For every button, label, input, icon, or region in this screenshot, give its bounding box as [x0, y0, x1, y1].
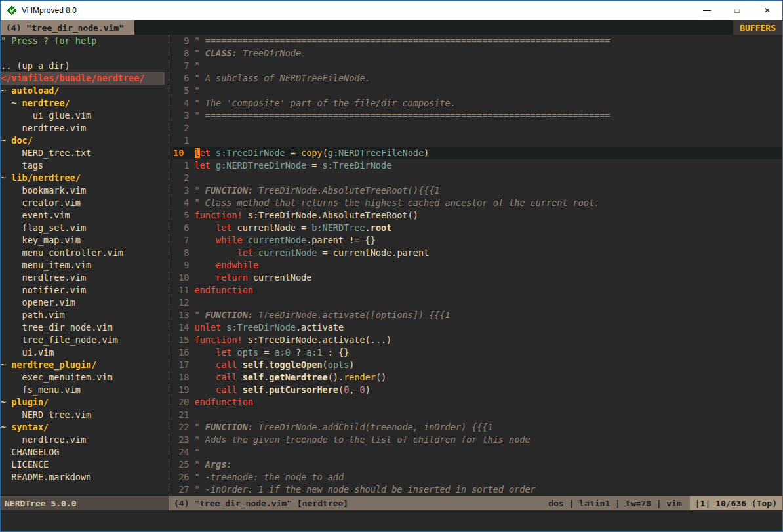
code-line[interactable]: 4 " The 'composite' part of the file/dir… [173, 97, 782, 110]
maximize-button[interactable]: □ [722, 1, 752, 20]
line-number: 23 [173, 434, 195, 446]
code-line[interactable]: 9 " ====================================… [173, 35, 782, 47]
code-line[interactable]: 14 unlet s:TreeDirNode.activate [173, 321, 782, 334]
code-line[interactable]: 26 " -treenode: the node to add [173, 471, 782, 483]
tree-item[interactable]: tags [1, 159, 165, 172]
tree-item[interactable]: CHANGELOG [1, 446, 165, 459]
token: TreeDirNode.activate([options]) {{{1 [253, 310, 451, 320]
code-line[interactable]: 8 " CLASS: TreeDirNode [173, 47, 782, 60]
token [195, 272, 216, 283]
code-line[interactable]: 6 let currentNode = b:NERDTree.root [173, 222, 782, 234]
token: = [306, 160, 322, 171]
tab-tree-dir-node[interactable]: (4) "tree_dir_node.vim" [1, 20, 134, 35]
code-line[interactable]: 19 call self.putCursorHere(0, 0) [173, 384, 782, 396]
nerdtree-status: NERDTree 5.0.0 [1, 496, 169, 510]
tree-item[interactable]: flag_set.vim [1, 222, 165, 234]
tree-item[interactable]: LICENCE [1, 459, 165, 471]
tree-item[interactable]: nerdtree.vim [1, 434, 165, 446]
code-line[interactable]: 3 " ====================================… [173, 110, 782, 122]
line-number: 13 [173, 309, 195, 321]
code-line[interactable]: 11 endfunction [173, 284, 782, 297]
command-line [1, 510, 782, 531]
tree-item[interactable]: NERD_tree.txt [1, 147, 165, 159]
code-line[interactable]: 25 " Args: [173, 459, 782, 471]
tree-item[interactable]: menu_item.vim [1, 259, 165, 272]
code-line[interactable]: 17 call self.toggleOpen(opts) [173, 359, 782, 371]
code-line[interactable]: 18 call self.getNerdtree().render() [173, 371, 782, 384]
tree-item[interactable]: ~ doc/ [1, 134, 165, 147]
window-controls: — □ ✕ [692, 1, 782, 20]
tree-item[interactable]: creator.vim [1, 197, 165, 209]
code-line[interactable]: 16 let opts = a:0 ? a:1 : {} [173, 346, 782, 359]
tree-item[interactable]: opener.vim [1, 297, 165, 309]
tree-item[interactable]: path.vim [1, 309, 165, 321]
token: </vimfiles/bundle/nerdtree/ [1, 73, 144, 83]
tree-item[interactable]: tree_dir_node.vim [1, 321, 165, 334]
tree-item[interactable]: ~ autoload/ [1, 85, 165, 97]
code-line[interactable]: 4 " Class method that returns the highes… [173, 197, 782, 209]
code-line[interactable]: 3 " FUNCTION: TreeDirNode.AbsoluteTreeRo… [173, 184, 782, 197]
tree-item[interactable]: ~ plugin/ [1, 396, 165, 409]
token: syntax/ [11, 422, 49, 432]
tree-item[interactable]: exec_menuitem.vim [1, 371, 165, 384]
token: bookmark.vim [1, 185, 86, 195]
tree-item[interactable]: fs_menu.vim [1, 384, 165, 396]
token: = [258, 347, 274, 358]
tree-item[interactable]: notifier.vim [1, 284, 165, 297]
token: ~ [1, 173, 11, 183]
token: .parent != {} [306, 235, 376, 245]
tree-item[interactable]: key_map.vim [1, 234, 165, 247]
tree-item[interactable]: ~ nerdtree/ [1, 97, 165, 110]
code-line[interactable]: 13 " FUNCTION: TreeDirNode.activate([opt… [173, 309, 782, 321]
code-line[interactable]: 15 function! s:TreeDirNode.activate(...) [173, 334, 782, 346]
tree-item[interactable]: ~ nerdtree_plugin/ [1, 359, 165, 371]
code-line[interactable]: 24 " [173, 446, 782, 459]
tree-item[interactable]: NERD_tree.vim [1, 409, 165, 421]
tree-item[interactable]: README.markdown [1, 471, 165, 483]
tree-item[interactable]: nerdtree.vim [1, 122, 165, 134]
tree-item[interactable] [1, 47, 165, 60]
code-line[interactable]: 27 " -inOrder: 1 if the new node should … [173, 483, 782, 496]
code-line[interactable]: 5 function! s:TreeDirNode.AbsoluteTreeRo… [173, 209, 782, 222]
code-line[interactable]: 21 [173, 409, 782, 421]
code-line[interactable]: 6 " A subclass of NERDTreeFileNode. [173, 72, 782, 85]
token: ( [323, 359, 328, 370]
code-line[interactable]: 2 [173, 122, 782, 134]
tree-item[interactable]: ui.vim [1, 346, 165, 359]
code-line[interactable]: 8 let currentNode = currentNode.parent [173, 247, 782, 259]
code-line[interactable]: 22 " FUNCTION: TreeDirNode.addChild(tree… [173, 421, 782, 434]
tree-item[interactable]: .. (up a dir) [1, 60, 165, 72]
tree-item[interactable]: event.vim [1, 209, 165, 222]
code-line[interactable]: 5 " [173, 85, 782, 97]
title-bar[interactable]: Vi IMproved 8.0 — □ ✕ [1, 1, 782, 20]
tree-item[interactable]: nerdtree.vim [1, 272, 165, 284]
tree-item[interactable]: </vimfiles/bundle/nerdtree/ [1, 72, 165, 85]
tree-item[interactable]: ui_glue.vim [1, 110, 165, 122]
code-line[interactable]: 1 [173, 134, 782, 147]
token: currentNode [248, 272, 312, 283]
tree-item[interactable]: " Press ? for help [1, 35, 165, 47]
code-line[interactable]: 10 return currentNode [173, 272, 782, 284]
code-line[interactable]: 7 " [173, 60, 782, 72]
code-line[interactable]: 23 " Adds the given treenode to the list… [173, 434, 782, 446]
window-separator[interactable] [165, 35, 173, 496]
code-line[interactable]: 12 [173, 297, 782, 309]
tree-item[interactable]: tree_file_node.vim [1, 334, 165, 346]
tree-item[interactable]: bookmark.vim [1, 184, 165, 197]
token: ~ [1, 135, 11, 146]
window-title: Vi IMproved 8.0 [22, 6, 77, 15]
code-line[interactable]: 20 endfunction [173, 396, 782, 409]
tree-item[interactable]: ~ syntax/ [1, 421, 165, 434]
token: s:TreeDirNode.AbsoluteTreeRoot() [243, 210, 418, 220]
tree-item[interactable]: ~ lib/nerdtree/ [1, 172, 165, 184]
close-button[interactable]: ✕ [752, 1, 782, 20]
token [195, 260, 216, 270]
code-line[interactable]: 1 let g:NERDTreeDirNode = s:TreeDirNode [173, 159, 782, 172]
code-line[interactable]: 10 let s:TreeDirNode = copy(g:NERDTreeFi… [173, 147, 782, 159]
minimize-button[interactable]: — [692, 1, 722, 20]
tree-item[interactable]: menu_controller.vim [1, 247, 165, 259]
code-line[interactable]: 7 while currentNode.parent != {} [173, 234, 782, 247]
code-line[interactable]: 2 [173, 172, 782, 184]
code-line[interactable]: 9 endwhile [173, 259, 782, 272]
line-number: 19 [173, 384, 195, 396]
